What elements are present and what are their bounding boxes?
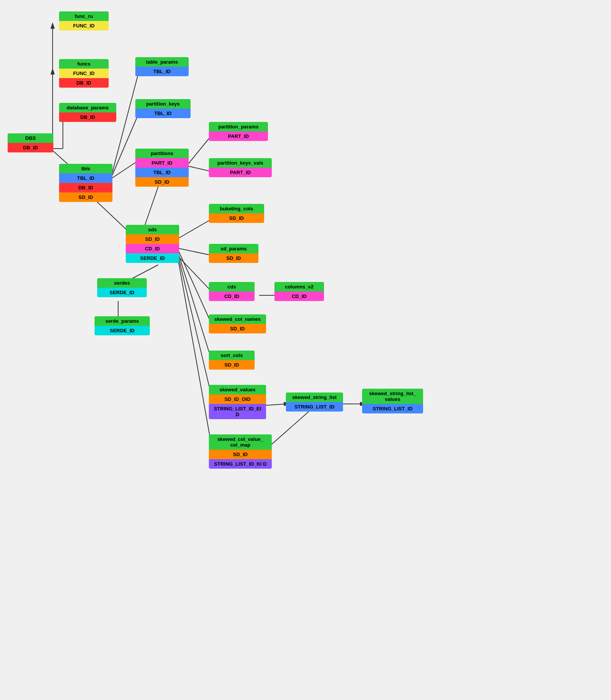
node-sort-cols-header: sort_cols [209, 351, 255, 360]
node-sds: sds SD_ID CD_ID SERDE_ID [126, 225, 179, 263]
node-skewed-values-field-sd_id_oid: SD_ID_OID [209, 394, 266, 404]
node-skewed-col-value-col-map-field-string_list_id: STRING_LIST_ID_KI D [209, 459, 272, 469]
node-tbls: tbls TBL_ID DB_ID SD_ID [59, 164, 112, 202]
node-tbls-field-sd_id: SD_ID [59, 192, 112, 202]
node-sd-params-header: sd_params [209, 244, 258, 253]
node-skewed-string-list: skewed_string_list STRING_LIST_ID [286, 392, 343, 412]
node-partition-params: partition_params PART_ID [209, 122, 268, 141]
node-tbls-field-tbl_id: TBL_ID [59, 173, 112, 183]
svg-line-19 [187, 166, 212, 171]
diagram-container: DBS DB_ID func_ru FUNC_ID funcs FUNC_ID … [0, 0, 611, 700]
node-database-params-header: database_params [59, 103, 116, 112]
node-partitions-header: partitions [135, 149, 189, 158]
node-serdes: serdes SERDE_ID [97, 278, 147, 297]
node-serde-params-header: serde_params [95, 316, 150, 326]
node-funcs-field-func_id: FUNC_ID [59, 69, 109, 78]
node-tbls-header: tbls [59, 164, 112, 173]
node-database-params: database_params DB_ID [59, 103, 116, 122]
node-partition-keys-vals-header: partition_keys_vals [209, 158, 272, 168]
node-skewed-values-field-string_list_id: STRING_LIST_ID_EI D [209, 404, 266, 419]
node-tbls-field-db_id: DB_ID [59, 183, 112, 192]
node-partition-keys-vals: partition_keys_vals PART_ID [209, 158, 272, 177]
node-database-params-field-db_id: DB_ID [59, 112, 116, 122]
node-dbs: DBS DB_ID [8, 133, 53, 152]
node-serdes-header: serdes [97, 278, 147, 288]
node-columns-v2-field-cd_id: CD_ID [274, 292, 324, 301]
node-sds-header: sds [126, 225, 179, 234]
node-sd-params: sd_params SD_ID [209, 244, 258, 263]
node-skewed-col-names-header: skewed_col_names [209, 314, 266, 324]
node-skewed-string-list-values-header: skewed_string_list_ values [362, 389, 423, 404]
node-partition-keys-header: partition_keys [135, 99, 191, 109]
node-skewed-string-list-field-string_list_id: STRING_LIST_ID [286, 402, 343, 412]
node-buketing-cols-field-sd_id: SD_ID [209, 213, 264, 223]
node-partition-params-header: partition_params [209, 122, 268, 131]
svg-line-33 [175, 244, 212, 324]
svg-line-37 [175, 244, 212, 396]
node-buketing-cols: buketing_cols SD_ID [209, 204, 264, 223]
node-skewed-values: skewed_values SD_ID_OID STRING_LIST_ID_E… [209, 385, 266, 419]
node-funcs: funcs FUNC_ID DB_ID [59, 59, 109, 88]
node-skewed-string-list-values-field-string_list_id: STRING_LIST_ID [362, 404, 423, 413]
node-func-ru-header: func_ru [59, 11, 109, 21]
node-sort-cols-field-sd_id: SD_ID [209, 360, 255, 370]
node-skewed-col-value-col-map: skewed_col_value_ col_map SD_ID STRING_L… [209, 434, 272, 469]
svg-line-35 [175, 244, 212, 360]
node-partitions-field-part_id: PART_ID [135, 158, 189, 168]
svg-line-11 [111, 112, 139, 179]
svg-marker-1 [51, 23, 55, 29]
svg-line-39 [175, 244, 212, 446]
node-sds-field-serde_id: SERDE_ID [126, 253, 179, 263]
node-table-params-field-tbl_id: TBL_ID [135, 67, 189, 76]
node-partition-keys-vals-field-part_id: PART_ID [209, 168, 272, 177]
node-skewed-values-header: skewed_values [209, 385, 266, 394]
svg-line-9 [111, 70, 139, 179]
node-partitions-field-sd_id: SD_ID [135, 177, 189, 187]
node-func-ru: func_ru FUNC_ID [59, 11, 109, 30]
node-table-params: table_params TBL_ID [135, 57, 189, 76]
node-serde-params-field-serde_id: SERDE_ID [95, 326, 150, 335]
node-partition-keys: partition_keys TBL_ID [135, 99, 191, 118]
node-buketing-cols-header: buketing_cols [209, 204, 264, 213]
node-columns-v2-header: columns_v2 [274, 282, 324, 292]
node-partition-params-field-part_id: PART_ID [209, 131, 268, 141]
node-dbs-field-db_id: DB_ID [8, 143, 53, 152]
node-dbs-header: DBS [8, 133, 53, 143]
node-skewed-string-list-values: skewed_string_list_ values STRING_LIST_I… [362, 389, 423, 413]
node-skewed-string-list-header: skewed_string_list [286, 392, 343, 402]
node-partitions: partitions PART_ID TBL_ID SD_ID [135, 149, 189, 187]
node-sds-field-cd_id: CD_ID [126, 244, 179, 253]
svg-line-25 [175, 248, 212, 255]
svg-line-13 [111, 160, 139, 179]
node-sort-cols: sort_cols SD_ID [209, 351, 255, 370]
node-cds-header: cds [209, 282, 255, 292]
node-cds: cds CD_ID [209, 282, 255, 301]
node-sd-params-field-sd_id: SD_ID [209, 253, 258, 263]
node-sds-field-sd_id: SD_ID [126, 234, 179, 244]
svg-line-17 [187, 135, 212, 166]
node-cds-field-cd_id: CD_ID [209, 292, 255, 301]
node-serdes-field-serde_id: SERDE_ID [97, 288, 147, 297]
node-partitions-field-tbl_id: TBL_ID [135, 168, 189, 177]
node-skewed-col-value-col-map-field-sd_id: SD_ID [209, 450, 272, 459]
node-func-ru-field-func_id: FUNC_ID [59, 21, 109, 30]
node-table-params-header: table_params [135, 57, 189, 67]
node-skewed-col-value-col-map-header: skewed_col_value_ col_map [209, 434, 272, 450]
node-funcs-field-db_id: DB_ID [59, 78, 109, 88]
node-funcs-header: funcs [59, 59, 109, 69]
node-partition-keys-field-tbl_id: TBL_ID [135, 109, 191, 118]
node-skewed-col-names-field-sd_id: SD_ID [209, 324, 266, 333]
svg-line-23 [175, 219, 212, 240]
node-serde-params: serde_params SERDE_ID [95, 316, 150, 335]
svg-line-27 [175, 253, 212, 292]
svg-marker-3 [51, 69, 55, 74]
node-columns-v2: columns_v2 CD_ID [274, 282, 324, 301]
node-skewed-col-names: skewed_col_names SD_ID [209, 314, 266, 333]
